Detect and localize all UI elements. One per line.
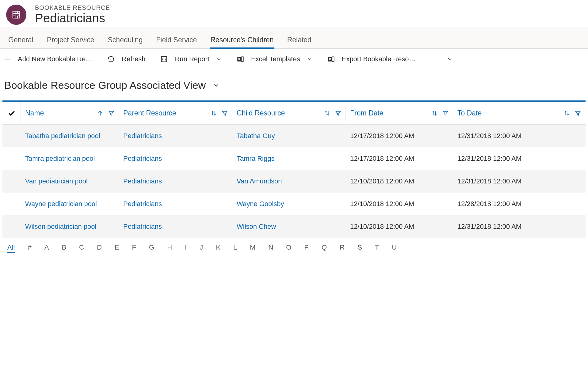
alpha-k[interactable]: K bbox=[216, 243, 220, 253]
grid-header: Name Parent Resource Chi bbox=[2, 102, 586, 125]
alpha-q[interactable]: Q bbox=[322, 243, 327, 253]
add-new-label: Add New Bookable Re… bbox=[18, 55, 92, 63]
sort-icon[interactable] bbox=[324, 110, 330, 117]
cell-name[interactable]: Wayne pediatrician pool bbox=[21, 200, 119, 208]
cell-parent[interactable]: Pediatricians bbox=[119, 223, 232, 231]
record-title: Pediatricians bbox=[35, 11, 110, 25]
column-header-parent-resource[interactable]: Parent Resource bbox=[119, 102, 232, 124]
alpha-u[interactable]: U bbox=[392, 243, 397, 253]
alpha-i[interactable]: I bbox=[185, 243, 187, 253]
filter-icon[interactable] bbox=[575, 110, 581, 117]
add-new-button[interactable]: Add New Bookable Re… bbox=[2, 53, 94, 65]
cell-to: 12/31/2018 12:00 AM bbox=[453, 132, 586, 140]
tab-field-service[interactable]: Field Service bbox=[149, 32, 204, 48]
alpha-c[interactable]: C bbox=[79, 243, 84, 253]
excel-templates-button[interactable]: Excel Templates bbox=[235, 53, 314, 65]
column-header-to-date[interactable]: To Date bbox=[453, 102, 586, 124]
alpha-l[interactable]: L bbox=[233, 243, 237, 253]
select-all-checkbox[interactable] bbox=[2, 102, 21, 124]
filter-icon[interactable] bbox=[221, 110, 228, 117]
cell-child[interactable]: Van Amundson bbox=[232, 177, 346, 185]
alpha-a[interactable]: A bbox=[44, 243, 49, 253]
cell-child[interactable]: Tamra Riggs bbox=[232, 155, 346, 163]
tab-related[interactable]: Related bbox=[281, 32, 318, 48]
cell-name[interactable]: Tamra pediatrician pool bbox=[21, 155, 119, 163]
alpha-e[interactable]: E bbox=[115, 243, 119, 253]
svg-rect-5 bbox=[332, 57, 334, 61]
alpha-all[interactable]: All bbox=[7, 243, 15, 253]
alpha-f[interactable]: F bbox=[132, 243, 136, 253]
toolbar-separator bbox=[431, 53, 431, 65]
table-row[interactable]: Wayne pediatrician poolPediatriciansWayn… bbox=[2, 193, 586, 215]
column-header-name[interactable]: Name bbox=[21, 102, 119, 124]
cell-child[interactable]: Wayne Goolsby bbox=[232, 200, 346, 208]
tab-resource-s-children[interactable]: Resource's Children bbox=[204, 32, 280, 48]
cell-parent[interactable]: Pediatricians bbox=[119, 132, 232, 140]
alpha-o[interactable]: O bbox=[286, 243, 291, 253]
chevron-down-icon bbox=[447, 56, 453, 62]
cell-name[interactable]: Tabatha pediatrician pool bbox=[21, 132, 119, 140]
column-label: To Date bbox=[457, 109, 482, 117]
column-header-from-date[interactable]: From Date bbox=[346, 102, 453, 124]
svg-rect-0 bbox=[13, 11, 20, 18]
cell-parent[interactable]: Pediatricians bbox=[119, 200, 232, 208]
run-report-button[interactable]: Run Report bbox=[159, 53, 223, 65]
alpha-b[interactable]: B bbox=[62, 243, 66, 253]
svg-rect-3 bbox=[241, 57, 243, 61]
grid: Name Parent Resource Chi bbox=[2, 100, 586, 238]
table-row[interactable]: Tamra pediatrician poolPediatriciansTamr… bbox=[2, 147, 586, 170]
entity-icon bbox=[6, 5, 26, 25]
cell-name[interactable]: Wilson pediatrician pool bbox=[21, 223, 119, 231]
tab-scheduling[interactable]: Scheduling bbox=[101, 32, 150, 48]
cell-name[interactable]: Van pediatrician pool bbox=[21, 177, 119, 185]
view-selector[interactable]: Bookable Resource Group Associated View bbox=[0, 70, 588, 100]
form-tabs: GeneralProject ServiceSchedulingField Se… bbox=[0, 27, 588, 49]
plus-icon bbox=[3, 55, 11, 63]
alpha-n[interactable]: N bbox=[268, 243, 273, 253]
filter-icon[interactable] bbox=[335, 110, 342, 117]
alpha-s[interactable]: S bbox=[357, 243, 362, 253]
filter-icon[interactable] bbox=[442, 110, 449, 117]
column-header-child-resource[interactable]: Child Resource bbox=[232, 102, 346, 124]
alpha-r[interactable]: R bbox=[340, 243, 345, 253]
export-label: Export Bookable Reso… bbox=[342, 55, 416, 63]
sort-icon[interactable] bbox=[210, 110, 217, 117]
record-header: BOOKABLE RESOURCE Pediatricians bbox=[0, 0, 588, 27]
refresh-button[interactable]: Refresh bbox=[106, 53, 147, 65]
sort-icon[interactable] bbox=[431, 110, 438, 117]
checkmark-icon bbox=[8, 109, 16, 117]
column-label: Child Resource bbox=[237, 109, 285, 117]
sort-asc-icon[interactable] bbox=[97, 110, 104, 117]
alpha-index: All#ABCDEFGHIJKLMNOPQRSTU bbox=[0, 238, 588, 256]
cell-to: 12/31/2018 12:00 AM bbox=[453, 177, 586, 185]
cell-parent[interactable]: Pediatricians bbox=[119, 155, 232, 163]
alpha-j[interactable]: J bbox=[200, 243, 203, 253]
alpha-g[interactable]: G bbox=[149, 243, 154, 253]
alpha-d[interactable]: D bbox=[97, 243, 102, 253]
more-commands-button[interactable] bbox=[445, 54, 454, 64]
chevron-down-icon bbox=[216, 56, 222, 62]
cell-from: 12/10/2018 12:00 AM bbox=[346, 223, 453, 231]
alpha-m[interactable]: M bbox=[250, 243, 255, 253]
refresh-label: Refresh bbox=[122, 55, 145, 63]
column-label: From Date bbox=[350, 109, 384, 117]
cell-from: 12/17/2018 12:00 AM bbox=[346, 155, 453, 163]
refresh-icon bbox=[107, 55, 115, 63]
alpha-h[interactable]: H bbox=[167, 243, 172, 253]
table-row[interactable]: Van pediatrician poolPediatriciansVan Am… bbox=[2, 170, 586, 193]
tab-general[interactable]: General bbox=[2, 32, 40, 48]
tab-project-service[interactable]: Project Service bbox=[40, 32, 101, 48]
table-row[interactable]: Wilson pediatrician poolPediatriciansWil… bbox=[2, 215, 586, 238]
export-button[interactable]: Export Bookable Reso… bbox=[326, 53, 417, 65]
alpha-#[interactable]: # bbox=[28, 243, 31, 253]
cell-parent[interactable]: Pediatricians bbox=[119, 177, 232, 185]
filter-icon[interactable] bbox=[108, 110, 115, 117]
table-row[interactable]: Tabatha pediatrician poolPediatriciansTa… bbox=[2, 125, 586, 147]
cell-child[interactable]: Wilson Chew bbox=[232, 223, 346, 231]
cell-to: 12/31/2018 12:00 AM bbox=[453, 155, 586, 163]
alpha-t[interactable]: T bbox=[375, 243, 379, 253]
sort-icon[interactable] bbox=[563, 110, 570, 117]
cell-child[interactable]: Tabatha Guy bbox=[232, 132, 346, 140]
report-icon bbox=[160, 55, 168, 63]
alpha-p[interactable]: P bbox=[304, 243, 309, 253]
